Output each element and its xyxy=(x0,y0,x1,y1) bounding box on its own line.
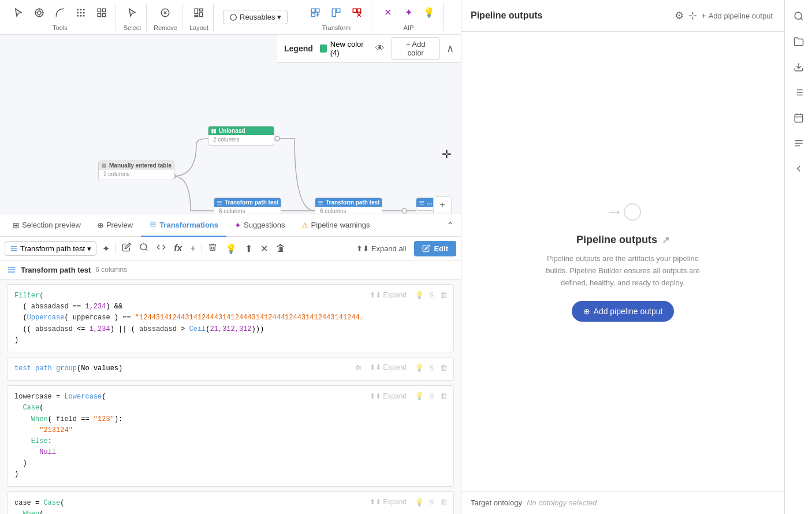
aip-x-btn[interactable]: ✕ xyxy=(378,3,397,22)
zoom-in-btn[interactable]: + xyxy=(434,197,451,213)
lowercase-bulb-btn[interactable]: 💡 xyxy=(414,390,425,401)
transform-add-btn[interactable]: ✦ xyxy=(100,241,112,256)
arc-tool-btn[interactable] xyxy=(51,3,69,22)
tab-suggestions[interactable]: ✦ Suggestions xyxy=(226,215,293,237)
transform-bulb-btn[interactable]: 💡 xyxy=(223,241,239,256)
transform-icon1-btn[interactable] xyxy=(306,3,325,22)
transform-icon3-btn[interactable] xyxy=(348,3,366,22)
tab-pipeline-warnings[interactable]: ⚠ Pipeline warnings xyxy=(293,215,378,237)
add-pipeline-icon: ⊕ xyxy=(583,307,590,316)
layout-btn[interactable] xyxy=(189,3,208,22)
legend-title: Legend xyxy=(284,44,313,53)
aip-bulb-btn[interactable]: 💡 xyxy=(420,3,438,22)
case-expand-btn[interactable]: ⬆⬇ Expand xyxy=(366,497,410,507)
legend-eye-btn[interactable]: 👁 xyxy=(375,43,385,54)
transform-path-selector[interactable]: Transform path test ▾ xyxy=(5,241,96,256)
svg-rect-22 xyxy=(195,9,198,13)
case-code-block: ⬆⬇ Expand 💡 ⎘ 🗑 case = Case( When( ( fie… xyxy=(7,491,454,514)
pipeline-outputs-content: → Pipeline outputs ↗ Pipeline outputs ar… xyxy=(461,32,784,491)
group-bulb-btn[interactable]: 💡 xyxy=(414,362,425,373)
svg-rect-17 xyxy=(98,13,100,16)
case-bulb-btn[interactable]: 💡 xyxy=(414,497,425,508)
transform-x-btn[interactable]: ✕ xyxy=(258,241,270,256)
sidebar-search-btn[interactable] xyxy=(787,5,810,28)
right-panel: Pipeline outputs ⚙ ⊹ + Add pipeline outp… xyxy=(461,0,784,514)
right-panel-settings-btn[interactable]: ⚙ xyxy=(672,7,686,24)
transform-up-btn[interactable]: ⬆ xyxy=(243,241,255,256)
lowercase-copy-btn[interactable]: ⎘ xyxy=(429,390,435,401)
reusables-btn[interactable]: Reusables ▾ xyxy=(223,10,288,24)
transform-node-1-subtitle: 6 columns xyxy=(219,208,276,214)
group-trash-btn[interactable]: 🗑 xyxy=(439,362,449,373)
tab-transformations[interactable]: Transformations xyxy=(141,214,226,237)
transform-search-btn[interactable] xyxy=(137,240,151,256)
filter-bulb-btn[interactable]: 💡 xyxy=(414,289,425,300)
target-tool-btn[interactable] xyxy=(30,3,49,22)
tab-preview[interactable]: ⊕ Preview xyxy=(89,215,141,237)
aip-label: AIP xyxy=(404,24,414,31)
canvas-area[interactable]: Legend New color (4) 👁 + Add color ∧ ✛ xyxy=(0,35,461,214)
manually-entered-node[interactable]: Manually entered table 2 columns xyxy=(98,161,174,180)
edit-mode-btn[interactable]: Edit xyxy=(414,241,456,256)
pipeline-warnings-icon: ⚠ xyxy=(301,221,309,230)
filter-expand-btn[interactable]: ⬆⬇ Expand xyxy=(366,290,410,300)
transform-code-btn[interactable] xyxy=(154,240,168,256)
legend-panel: Legend New color (4) 👁 + Add color ∧ xyxy=(277,35,461,63)
case-trash-btn[interactable]: 🗑 xyxy=(439,497,449,508)
legend-add-color-btn[interactable]: + Add color xyxy=(392,37,439,60)
lowercase-expand-btn[interactable]: ⬆⬇ Expand xyxy=(366,391,410,401)
move-cursor-icon: ✛ xyxy=(442,147,452,161)
sidebar-calendar-btn[interactable] xyxy=(787,106,810,129)
unionasd-node[interactable]: Unionasd 2 columns xyxy=(208,126,274,146)
dots-tool-btn[interactable] xyxy=(72,3,90,22)
right-panel-share-btn[interactable]: ⊹ xyxy=(686,7,699,24)
transform-delete-btn[interactable] xyxy=(206,240,219,256)
transform-plus-btn[interactable]: + xyxy=(188,241,198,256)
panel-collapse-btn[interactable]: ⌃ xyxy=(444,218,456,233)
select-group: Select xyxy=(118,3,147,31)
transform-group: Transform xyxy=(301,3,371,31)
filter-trash-btn[interactable]: 🗑 xyxy=(439,289,449,300)
transform-icon2-btn[interactable] xyxy=(327,3,345,22)
legend-color-label: New color (4) xyxy=(330,40,368,57)
sidebar-layers-btn[interactable] xyxy=(787,81,810,104)
transform-header-cols: 6 columns xyxy=(95,266,127,274)
transform-node-1[interactable]: Transform path test 6 columns xyxy=(214,198,281,214)
add-pipeline-output-btn[interactable]: ⊕ Add pipeline output xyxy=(572,301,675,322)
manually-entered-subtitle: 2 columns xyxy=(103,171,169,177)
svg-rect-24 xyxy=(200,13,203,17)
legend-close-btn[interactable]: ∧ xyxy=(446,42,454,55)
transform-fx-btn[interactable]: fx xyxy=(172,241,184,256)
svg-point-12 xyxy=(77,14,79,16)
group-copy-btn[interactable]: ⎘ xyxy=(429,362,435,373)
zoom-out-btn[interactable]: − xyxy=(434,213,451,214)
cursor-tool-btn[interactable] xyxy=(9,3,28,22)
transform-path-dropdown-icon: ▾ xyxy=(87,244,91,253)
remove-btn[interactable] xyxy=(156,3,174,22)
grid-tool-btn[interactable] xyxy=(92,3,111,22)
svg-point-8 xyxy=(83,9,85,10)
svg-point-42 xyxy=(402,208,407,213)
transform-node-2[interactable]: Transform path test 6 columns xyxy=(315,198,382,214)
lowercase-trash-btn[interactable]: 🗑 xyxy=(439,390,449,401)
tab-selection-preview[interactable]: ⊞ Selection preview xyxy=(5,215,89,237)
transform-trash2-btn[interactable]: 🗑 xyxy=(274,241,288,256)
case-copy-btn[interactable]: ⎘ xyxy=(429,497,435,508)
svg-rect-43 xyxy=(102,163,106,168)
sidebar-folder-btn[interactable] xyxy=(787,30,810,53)
sidebar-download-btn[interactable] xyxy=(787,55,810,79)
expand-all-btn[interactable]: ⬆⬇ Expand all xyxy=(352,242,411,255)
svg-rect-23 xyxy=(200,9,203,11)
aip-sparkle-btn[interactable]: ✦ xyxy=(399,3,418,22)
right-panel-add-btn[interactable]: + Add pipeline output xyxy=(699,9,776,23)
filter-copy-btn[interactable]: ⎘ xyxy=(429,289,435,300)
group-fx-btn[interactable]: fx xyxy=(355,363,363,372)
sidebar-data-btn[interactable] xyxy=(787,132,810,155)
sidebar-arrow-btn[interactable] xyxy=(787,157,810,180)
select-btn[interactable] xyxy=(123,3,141,22)
aip-group: ✕ ✦ 💡 AIP xyxy=(374,3,444,31)
pipeline-outputs-title: Pipeline outputs ↗ xyxy=(576,234,669,246)
no-ontology-label: No ontology selected xyxy=(527,498,597,507)
group-expand-btn[interactable]: ⬆⬇ Expand xyxy=(366,362,410,373)
transform-edit-pencil-btn[interactable] xyxy=(120,240,133,256)
